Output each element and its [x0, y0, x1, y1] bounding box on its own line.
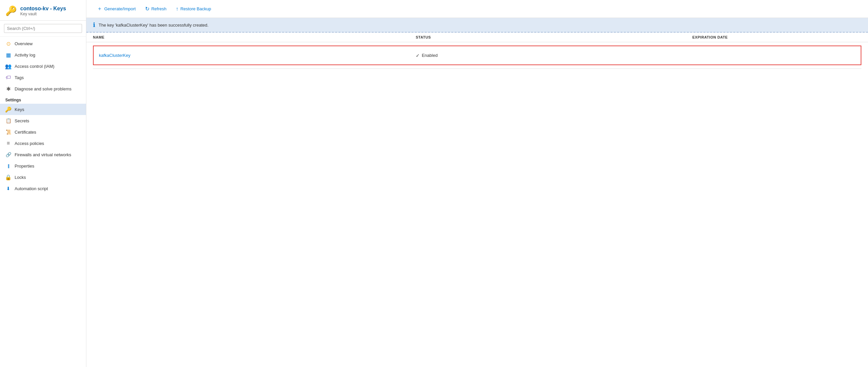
sidebar-nav: ⊙ Overview ▦ Activity log 👥 Access contr… [0, 36, 86, 367]
refresh-label: Refresh [151, 6, 167, 11]
info-icon: ℹ [93, 21, 95, 29]
locks-label: Locks [14, 175, 26, 180]
access-policies-label: Access policies [14, 141, 44, 146]
tags-label: Tags [14, 75, 24, 80]
sidebar-item-overview[interactable]: ⊙ Overview [0, 38, 86, 49]
page-title: contoso-kv - Keys [20, 6, 66, 11]
table-header: NAME STATUS EXPIRATION DATE [86, 33, 868, 42]
locks-icon: 🔒 [5, 174, 11, 180]
sidebar-item-access-policies[interactable]: ≡ Access policies [0, 138, 86, 149]
plus-icon: ＋ [97, 5, 102, 12]
properties-label: Properties [14, 164, 34, 169]
certificates-icon: 📜 [5, 129, 11, 135]
generate-import-label: Generate/Import [104, 6, 136, 11]
table-row[interactable]: kafkaClusterKey ✓ Enabled [93, 46, 861, 65]
sidebar-item-locks[interactable]: 🔒 Locks [0, 172, 86, 183]
sidebar-item-secrets[interactable]: 📋 Secrets [0, 115, 86, 126]
overview-label: Overview [14, 41, 33, 46]
overview-icon: ⊙ [5, 40, 11, 47]
search-container [0, 21, 86, 36]
automation-label: Automation script [14, 186, 48, 191]
access-policies-icon: ≡ [5, 140, 11, 146]
firewalls-label: Firewalls and virtual networks [14, 152, 71, 157]
certificates-label: Certificates [14, 130, 36, 135]
column-header-expiration: EXPIRATION DATE [692, 35, 861, 39]
sidebar-item-access-control[interactable]: 👥 Access control (IAM) [0, 60, 86, 72]
restore-backup-button[interactable]: ↑ Restore Backup [172, 4, 215, 14]
main-content: ＋ Generate/Import ↻ Refresh ↑ Restore Ba… [86, 0, 868, 367]
column-header-status: STATUS [416, 35, 692, 39]
keys-icon: 🔑 [5, 106, 11, 112]
content-area: NAME STATUS EXPIRATION DATE kafkaCluster… [86, 33, 868, 367]
access-control-label: Access control (IAM) [14, 64, 55, 69]
sidebar-header: 🔑 contoso-kv - Keys Key vault [0, 0, 86, 21]
diagnose-label: Diagnose and solve problems [14, 86, 71, 91]
key-status-label: Enabled [422, 53, 438, 58]
sidebar: 🔑 contoso-kv - Keys Key vault ⊙ Overview… [0, 0, 86, 367]
search-input[interactable] [4, 24, 82, 33]
key-status: ✓ Enabled [416, 53, 692, 58]
key-name[interactable]: kafkaClusterKey [94, 50, 416, 60]
sidebar-item-certificates[interactable]: 📜 Certificates [0, 126, 86, 138]
restore-label: Restore Backup [180, 6, 211, 11]
refresh-button[interactable]: ↻ Refresh [141, 4, 171, 14]
sidebar-item-tags[interactable]: 🏷 Tags [0, 72, 86, 83]
sidebar-item-diagnose[interactable]: ✱ Diagnose and solve problems [0, 83, 86, 94]
automation-icon: ⬇ [5, 186, 11, 192]
notification-message: The key 'kafkaClusterKey' has been succe… [99, 23, 209, 28]
sidebar-item-keys[interactable]: 🔑 Keys [0, 104, 86, 115]
firewalls-icon: 🔗 [5, 151, 11, 158]
secrets-label: Secrets [14, 118, 29, 123]
sidebar-item-activity-log[interactable]: ▦ Activity log [0, 49, 86, 60]
properties-icon: ||| [5, 163, 11, 169]
keys-label: Keys [14, 107, 24, 112]
secrets-icon: 📋 [5, 118, 11, 124]
access-control-icon: 👥 [5, 63, 11, 69]
diagnose-icon: ✱ [5, 86, 11, 92]
notification-bar: ℹ The key 'kafkaClusterKey' has been suc… [86, 18, 868, 33]
key-vault-icon: 🔑 [5, 5, 17, 16]
upload-icon: ↑ [176, 6, 178, 12]
sidebar-item-properties[interactable]: ||| Properties [0, 160, 86, 172]
tags-icon: 🏷 [5, 75, 11, 80]
page-subtitle: Key vault [20, 11, 66, 16]
generate-import-button[interactable]: ＋ Generate/Import [93, 3, 140, 14]
sidebar-item-firewalls[interactable]: 🔗 Firewalls and virtual networks [0, 149, 86, 160]
sidebar-item-automation[interactable]: ⬇ Automation script [0, 183, 86, 194]
activity-log-icon: ▦ [5, 52, 11, 58]
refresh-icon: ↻ [145, 6, 149, 12]
sidebar-header-text: contoso-kv - Keys Key vault [20, 6, 66, 16]
column-header-name: NAME [93, 35, 416, 39]
table-row-divider [93, 68, 861, 69]
checkmark-icon: ✓ [416, 53, 420, 58]
settings-section-label: Settings [0, 94, 86, 104]
activity-log-label: Activity log [14, 53, 35, 57]
toolbar: ＋ Generate/Import ↻ Refresh ↑ Restore Ba… [86, 0, 868, 18]
